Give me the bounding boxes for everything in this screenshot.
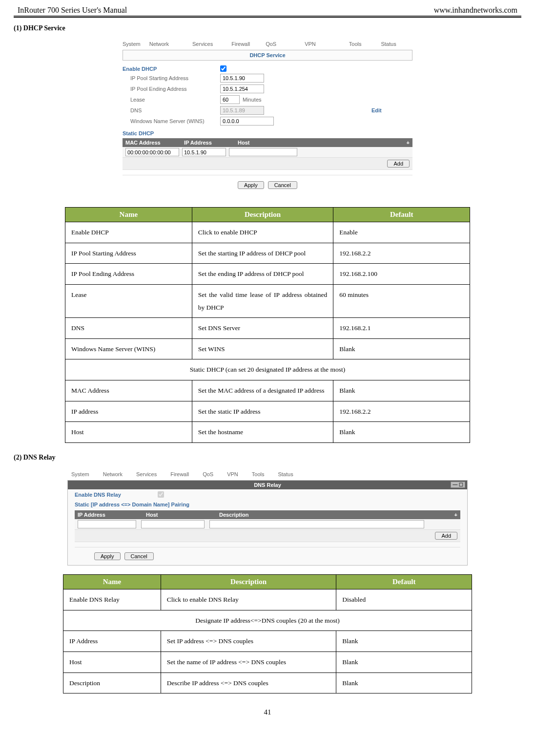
wins-label: Windows Name Server (WINS) (123, 118, 220, 124)
table-span-row: Designate IP address<=>DNS couples (20 a… (63, 610, 472, 631)
col-host: Host (238, 140, 400, 146)
table-row: HostSet the name of IP address <=> DNS c… (63, 651, 472, 672)
lease-input[interactable] (220, 95, 240, 104)
table-row: HostSet the hostnameBlank (65, 422, 470, 443)
table-row: IP Pool Starting AddressSet the starting… (65, 243, 470, 264)
th2-desc: Description (161, 575, 336, 589)
table-row: Windows Name Server (WINS)Set WINSBlank (65, 338, 470, 359)
form-buttons-2: Apply Cancel (75, 547, 460, 560)
nav-system[interactable]: System (123, 41, 141, 47)
screenshot-dhcp-service: System Network Services Firewall QoS VPN… (114, 37, 421, 198)
section-dns-relay-label: (2) DNS Relay (14, 454, 521, 462)
ip-start-input[interactable] (220, 74, 264, 83)
doc-title: InRouter 700 Series User's Manual (18, 6, 127, 15)
nav2-services[interactable]: Services (136, 471, 157, 477)
col-plus-icon[interactable]: + (400, 140, 410, 146)
nav2-system[interactable]: System (71, 471, 89, 477)
wins-input[interactable] (220, 117, 274, 126)
doc-url: www.inhandnetworks.com (434, 6, 517, 15)
table-row: MAC AddressSet the MAC address of a desi… (65, 380, 470, 401)
static-dhcp-heading: Static DHCP (114, 126, 421, 137)
table-row: DescriptionDescribe IP address <=> DNS c… (63, 672, 472, 693)
nav-services[interactable]: Services (192, 41, 213, 47)
nav-qos[interactable]: QoS (266, 41, 276, 47)
header-rule (14, 17, 521, 18)
lease-label: Lease (123, 97, 220, 103)
table-row: IP AddressSet IP address <=> DNS couples… (63, 631, 472, 652)
breadcrumb-text: DNS Relay (254, 482, 281, 488)
dns-relay-reference-table: Name Description Default Enable DNS Rela… (63, 574, 472, 693)
static-dhcp-header: MAC Address IP Address Host + (123, 138, 412, 147)
row-enable-dns-relay: Enable DNS Relay (68, 489, 467, 500)
add-button[interactable]: Add (387, 160, 410, 168)
static-dhcp-footer: Add (123, 158, 412, 170)
nav-bar-2: System Network Services Firewall QoS VPN… (62, 467, 473, 480)
col2-plus-icon[interactable]: + (448, 512, 457, 518)
nav-firewall[interactable]: Firewall (231, 41, 250, 47)
ip-start-label: IP Pool Starting Address (123, 75, 220, 81)
nav2-qos[interactable]: QoS (203, 471, 213, 477)
breadcrumb-wrap: DNS Relay — ☐ Enable DNS Relay Static [I… (67, 480, 468, 566)
table-row: Enable DNS RelayClick to enable DNS Rela… (63, 589, 472, 610)
enable-dns-relay-label: Enable DNS Relay (75, 492, 158, 498)
apply-button[interactable]: Apply (238, 181, 264, 189)
host-input[interactable] (229, 148, 297, 156)
enable-dns-relay-checkbox[interactable] (158, 491, 164, 498)
nav-bar: System Network Services Firewall QoS VPN… (114, 37, 421, 50)
cancel-button-2[interactable]: Cancel (124, 552, 154, 560)
breadcrumb-dhcp-service: DHCP Service (123, 50, 412, 61)
row-lease: Lease Minutes (114, 94, 421, 105)
window-controls-icon[interactable]: — ☐ (451, 482, 465, 488)
table-row: IP Pool Ending AddressSet the ending IP … (65, 264, 470, 285)
pair-desc-input[interactable] (209, 520, 424, 528)
pairing-footer: Add (75, 530, 460, 542)
nav-status[interactable]: Status (381, 41, 396, 47)
th-default: Default (333, 208, 470, 222)
ip-end-input[interactable] (220, 84, 264, 93)
pairing-header: IP Address Host Description + (75, 510, 460, 519)
add-button-2[interactable]: Add (435, 532, 457, 540)
dns-edit-link[interactable]: Edit (371, 107, 382, 113)
th-desc: Description (192, 208, 333, 222)
breadcrumb-dns-relay: DNS Relay — ☐ (68, 481, 467, 489)
table-row: Enable DHCPClick to enable DHCPEnable (65, 222, 470, 243)
dns-label: DNS (123, 107, 220, 113)
page-number: 41 (14, 708, 521, 716)
col2-desc: Description (219, 512, 448, 518)
nav-network[interactable]: Network (149, 41, 169, 47)
table-row: LeaseSet the valid time lease of IP addr… (65, 284, 470, 317)
table-row: DNSSet DNS Server192.168.2.1 (65, 318, 470, 339)
apply-button-2[interactable]: Apply (94, 552, 121, 560)
form-buttons: Apply Cancel (123, 175, 412, 189)
dns-input (220, 106, 264, 115)
th2-name: Name (63, 575, 161, 589)
nav2-network[interactable]: Network (103, 471, 123, 477)
th-name: Name (65, 208, 192, 222)
mac-input[interactable] (125, 148, 179, 156)
nav2-tools[interactable]: Tools (252, 471, 265, 477)
static-pairing-heading: Static [IP address <=> Domain Name] Pair… (68, 500, 467, 509)
nav2-vpn[interactable]: VPN (227, 471, 238, 477)
nav2-status[interactable]: Status (278, 471, 293, 477)
row-ip-start: IP Pool Starting Address (114, 73, 421, 84)
pair-ip-input[interactable] (78, 520, 136, 528)
ip-end-label: IP Pool Ending Address (123, 86, 220, 92)
cancel-button[interactable]: Cancel (268, 181, 297, 189)
table-span-row: Static DHCP (can set 20 designated IP ad… (65, 359, 470, 380)
static-ip-input[interactable] (182, 148, 226, 156)
nav2-firewall[interactable]: Firewall (170, 471, 189, 477)
table-row: IP addressSet the static IP address192.1… (65, 401, 470, 422)
pair-host-input[interactable] (141, 520, 205, 528)
enable-dhcp-checkbox[interactable] (220, 65, 226, 72)
pairing-row (75, 519, 460, 530)
th2-default: Default (336, 575, 472, 589)
col-ip: IP Address (184, 140, 238, 146)
page-header: InRouter 700 Series User's Manual www.in… (14, 6, 521, 16)
nav-vpn[interactable]: VPN (305, 41, 316, 47)
enable-dhcp-label: Enable DHCP (123, 66, 220, 72)
nav-tools[interactable]: Tools (349, 41, 362, 47)
lease-unit: Minutes (243, 97, 262, 103)
row-dns: DNS Edit (114, 105, 421, 116)
section-dhcp-service-label: (1) DHCP Service (14, 24, 521, 32)
row-ip-end: IP Pool Ending Address (114, 84, 421, 94)
